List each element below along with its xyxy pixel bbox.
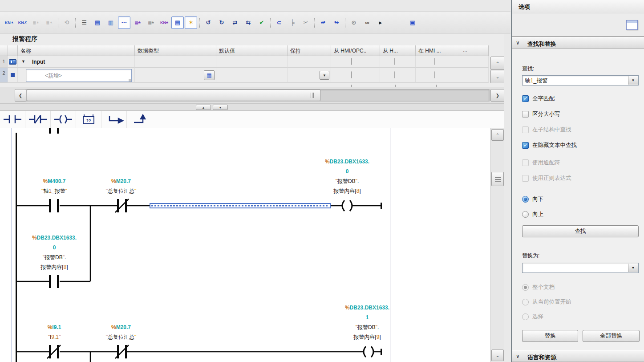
rung2-contact2[interactable] bbox=[115, 345, 129, 358]
insert-db-call-icon[interactable]: ▦± bbox=[131, 16, 144, 29]
operand-rung2-coil[interactable]: %DB23.DBX1633. 1 "报警DB". 报警内容[9] bbox=[329, 303, 405, 342]
rung1-contact2[interactable] bbox=[115, 199, 129, 212]
row2-in-hmi-checkbox[interactable] bbox=[434, 71, 435, 78]
col-header-more[interactable]: ... bbox=[460, 45, 489, 56]
operand-name[interactable]: "总复位汇总" bbox=[83, 186, 159, 196]
from-current-position-radio[interactable] bbox=[522, 299, 529, 305]
find-replace-section-header[interactable]: ∨ 查找和替换 bbox=[512, 37, 644, 49]
closed-contact-button[interactable] bbox=[25, 111, 51, 128]
use-regex-checkbox[interactable] bbox=[522, 175, 529, 182]
whole-document-option[interactable]: 整个文档 bbox=[522, 283, 555, 291]
ladder-vscrollbar[interactable]: ⌃ ⌄ bbox=[490, 128, 504, 362]
more-tools-icon[interactable]: ▶ bbox=[374, 16, 387, 29]
open-contact-button[interactable] bbox=[0, 111, 25, 128]
operand-address[interactable]: %DB23.DBX1633. bbox=[329, 303, 405, 313]
empty-box-button[interactable]: ?? bbox=[76, 111, 101, 128]
close-all-networks-icon[interactable]: ▥ bbox=[105, 16, 117, 29]
row2-datatype-cell[interactable]: ▦ bbox=[135, 68, 216, 83]
operand-name[interactable]: "报警DB". bbox=[309, 176, 385, 186]
consistency-check-icon[interactable]: ✔ bbox=[255, 16, 268, 29]
operand-address[interactable]: %I9.1 bbox=[16, 322, 92, 332]
whole-word-checkbox[interactable] bbox=[522, 95, 529, 102]
operand-name2[interactable]: 报警内容[8] bbox=[309, 186, 385, 196]
up-option[interactable]: 向上 bbox=[522, 210, 543, 218]
new-tag-placeholder[interactable]: <新增> bbox=[45, 72, 62, 80]
delete-network-icon[interactable]: KN✗ bbox=[16, 16, 29, 29]
row1-name[interactable]: Input bbox=[32, 59, 45, 65]
operand-name[interactable]: "报警DB". bbox=[16, 252, 92, 262]
operand-rung2-contact1[interactable]: %I9.1 "I9.1" bbox=[16, 322, 92, 342]
open-all-networks-icon[interactable]: ▤ bbox=[91, 16, 104, 29]
close-branch-icon[interactable]: ⊂ bbox=[273, 16, 285, 29]
operand-rung2-contact2[interactable]: %M20.7 "总复位汇总" bbox=[83, 322, 159, 342]
use-wildcards-option[interactable]: 使用通配符 bbox=[522, 159, 560, 167]
hscroll-right-button[interactable]: ❯ bbox=[490, 89, 505, 102]
operand-name[interactable]: "报警DB". bbox=[329, 322, 405, 332]
open-branch-button[interactable] bbox=[101, 111, 127, 128]
operand-name[interactable]: "I9.1" bbox=[16, 332, 92, 342]
find-combobox[interactable]: 轴1_报警 ▼ bbox=[522, 75, 639, 85]
operand-address[interactable]: %M400.7 bbox=[16, 176, 92, 186]
previous-bookmark-icon[interactable]: ↫ bbox=[317, 16, 329, 29]
name-edit-box[interactable]: <新增> bbox=[26, 69, 132, 82]
find-in-hidden-text-checkbox[interactable] bbox=[522, 142, 529, 149]
down-radio[interactable] bbox=[522, 196, 529, 203]
rung1-selected-wire[interactable] bbox=[150, 203, 330, 208]
next-bookmark-icon[interactable]: ↬ bbox=[330, 16, 343, 29]
rung2-coil[interactable] bbox=[364, 346, 373, 357]
operand-rung1-contact2[interactable]: %M20.7 "总复位汇总" bbox=[83, 176, 159, 196]
match-case-checkbox[interactable] bbox=[522, 111, 529, 118]
replace-all-button[interactable]: 全部替换 bbox=[583, 330, 640, 342]
insert-empty-box-icon[interactable]: ▩± bbox=[145, 16, 157, 29]
whole-document-radio[interactable] bbox=[522, 284, 529, 291]
close-branch-button[interactable] bbox=[127, 111, 152, 128]
operand-name2[interactable]: 报警内容[8] bbox=[16, 262, 92, 272]
row1-from-hmi-checkbox[interactable] bbox=[394, 58, 395, 65]
col-header-from-hmi[interactable]: 从 H... bbox=[380, 45, 416, 56]
row1-default-cell[interactable] bbox=[216, 56, 288, 68]
rung1-coil[interactable] bbox=[342, 200, 352, 211]
resize-grip-icon[interactable] bbox=[129, 79, 131, 81]
next-error-icon[interactable]: ↻ bbox=[215, 16, 228, 29]
ladder-scroll-down-button[interactable]: ⌄ bbox=[491, 350, 504, 361]
find-in-substructures-option[interactable]: 在子结构中查找 bbox=[522, 126, 571, 134]
delete-branch-icon[interactable]: ✂ bbox=[300, 16, 312, 29]
rung2-contact1[interactable] bbox=[47, 345, 61, 358]
table-scroll-up-button[interactable]: ⌃ bbox=[490, 57, 505, 70]
delete-row-icon[interactable]: ≣✶ bbox=[43, 16, 56, 29]
row1-from-hmi-opc-checkbox[interactable] bbox=[351, 58, 352, 65]
insert-network-template-icon[interactable]: KN± bbox=[158, 16, 170, 29]
ladder-scroll-thumb[interactable] bbox=[491, 172, 504, 186]
selection-option[interactable]: 选择 bbox=[522, 313, 543, 321]
find-button[interactable]: 查找 bbox=[522, 225, 639, 237]
float-panel-icon[interactable] bbox=[626, 20, 638, 30]
operand-address[interactable]: %DB23.DBX1633. bbox=[16, 233, 92, 243]
editor-layout-icon[interactable]: ▣ bbox=[406, 16, 419, 29]
expander-icon[interactable]: ▼ bbox=[21, 59, 25, 64]
col-header-in-hmi[interactable]: 在 HMI ... bbox=[416, 45, 460, 56]
favorites-toggle-icon[interactable]: ✶ bbox=[185, 16, 197, 29]
operand-branch-contact[interactable]: %DB23.DBX1633. 0 "报警DB". 报警内容[8] bbox=[16, 233, 92, 272]
operand-address[interactable]: %DB23.DBX1633. bbox=[309, 157, 385, 167]
monitoring-toggle-icon[interactable]: ∞ bbox=[361, 16, 373, 29]
operand-name[interactable]: "轴1_报警" bbox=[16, 186, 92, 196]
find-usages-icon[interactable]: ⊙ bbox=[348, 16, 360, 29]
down-option[interactable]: 向下 bbox=[522, 195, 543, 203]
retain-dropdown-button[interactable]: ▼ bbox=[320, 71, 329, 80]
col-header-default[interactable]: 默认值 bbox=[216, 45, 288, 56]
col-header-retain[interactable]: 保持 bbox=[288, 45, 331, 56]
languages-resources-section-header[interactable]: ∨ 语言和资源 bbox=[512, 350, 644, 362]
collapse-chevron-icon[interactable]: ∨ bbox=[516, 40, 520, 46]
row1-name-cell[interactable]: ▼ Input bbox=[18, 56, 135, 68]
col-header-from-hmi-opc[interactable]: 从 HMI/OPC.. bbox=[331, 45, 380, 56]
retain-icon[interactable]: ⟲ bbox=[61, 16, 73, 29]
splitter-down-button[interactable]: ▼ bbox=[213, 105, 228, 110]
hscroll-thumb[interactable] bbox=[27, 89, 320, 101]
ladder-scroll-up-button[interactable]: ⌃ bbox=[491, 129, 504, 141]
previous-error-icon[interactable]: ↺ bbox=[202, 16, 215, 29]
find-dropdown-button[interactable]: ▼ bbox=[628, 76, 638, 85]
col-header-name[interactable]: 名称 bbox=[18, 45, 135, 56]
pane-splitter[interactable]: ▲ ▼ bbox=[0, 103, 510, 111]
row2-from-hmi-opc-checkbox[interactable] bbox=[351, 71, 352, 78]
branch-contact[interactable] bbox=[49, 275, 59, 288]
